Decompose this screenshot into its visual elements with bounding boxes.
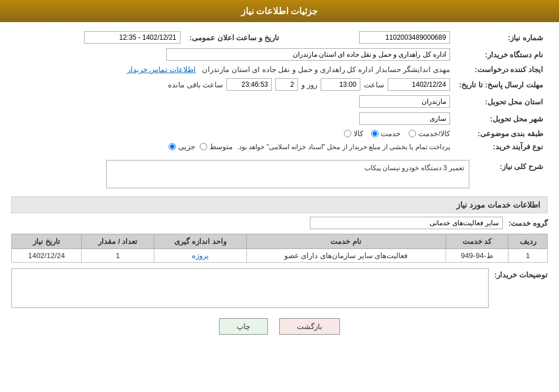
need-number-label: شماره نیاز: — [455, 29, 548, 46]
print-button[interactable]: چاپ — [219, 318, 268, 335]
deadline-row: ساعت روز و ساعت باقی مانده — [11, 76, 455, 93]
creator-value: مهدی اندایشگر حسابدار اداره کل راهداری و… — [11, 63, 455, 76]
page-title: جزئیات اطلاعات نیاز — [0, 0, 559, 22]
col-date: تاریخ نیاز — [12, 234, 82, 249]
col-unit: واحد اندازه گیری — [154, 234, 246, 249]
description-value: تعمیر 3 دستگاه خودرو نیسان پیکاب — [11, 158, 474, 191]
description-label: شرح کلی نیاز: — [474, 158, 548, 191]
remaining-days-label: روز و — [301, 81, 317, 89]
deadline-time-label: ساعت — [364, 81, 384, 89]
info-table: شماره نیاز: تاریخ و ساعت اعلان عمومی: نا… — [11, 29, 548, 153]
back-button[interactable]: بازگشت — [279, 318, 340, 335]
purchase-type-partial: جزیی — [169, 142, 195, 151]
deadline-date-input — [388, 78, 450, 91]
remaining-days-input — [275, 78, 298, 91]
announcement-date-value — [11, 29, 185, 46]
category-option-khedmat: خدمت — [371, 129, 401, 138]
description-section: شرح کلی نیاز: تعمیر 3 دستگاه خودرو نیسان… — [11, 158, 548, 191]
bottom-buttons: بازگشت چاپ — [11, 313, 548, 344]
city-label: شهر محل تحویل: — [455, 110, 548, 127]
contact-link[interactable]: اطلاعات تماس خریدار — [127, 65, 196, 74]
province-value — [11, 93, 455, 110]
cell-row-number: 1 — [508, 249, 548, 263]
buyer-org-input — [166, 48, 450, 61]
purchase-type-row: پرداخت تمام یا بخشی از مبلغ خریدار از مح… — [11, 140, 455, 153]
city-input — [359, 112, 450, 125]
buyer-notes-section: توضیحات خریدار: — [11, 268, 548, 308]
announcement-date-label: تاریخ و ساعت اعلان عمومی: — [185, 29, 291, 46]
buyer-notes-label: توضیحات خریدار: — [494, 268, 548, 279]
remaining-time-input — [226, 78, 272, 91]
col-service-name: نام خدمت — [246, 234, 445, 249]
col-quantity: تعداد / مقدار — [81, 234, 154, 249]
col-service-code: کد خدمت — [445, 234, 508, 249]
buyer-org-label: نام دستگاه خریدار: — [455, 46, 548, 63]
remaining-suffix: ساعت باقی مانده — [168, 81, 223, 89]
description-box: تعمیر 3 دستگاه خودرو نیسان پیکاب — [106, 160, 469, 188]
creator-label: ایجاد کننده درخواست: — [455, 63, 548, 76]
cell-service-name: فعالیت‌های سایر سازمان‌های دارای عضو — [246, 249, 445, 263]
city-value — [11, 110, 455, 127]
category-option-kala-khedmat: کالا/خدمت — [409, 129, 450, 138]
province-input — [359, 95, 450, 108]
category-options: کالا/خدمت خدمت کالا — [11, 127, 455, 140]
purchase-type-label: نوع فرآیند خرید: — [455, 140, 548, 153]
cell-service-code: ط-94-949 — [445, 249, 508, 263]
announcement-date-input — [84, 31, 180, 44]
purchase-type-medium: متوسط — [200, 142, 233, 151]
deadline-label: مهلت ارسال پاسخ: تا تاریخ: — [455, 76, 548, 93]
services-table: ردیف کد خدمت نام خدمت واحد اندازه گیری ت… — [11, 234, 548, 263]
service-group-label: گروه خدمت: — [508, 219, 548, 227]
need-number-value — [291, 29, 455, 46]
cell-date: 1402/12/24 — [12, 249, 82, 263]
purchase-type-note: پرداخت تمام یا بخشی از مبلغ خریدار از مح… — [237, 143, 450, 151]
cell-quantity: 1 — [81, 249, 154, 263]
category-option-kala: کالا — [344, 129, 363, 138]
cell-unit: پروژه — [154, 249, 246, 263]
category-label: طبقه بندی موضوعی: — [455, 127, 548, 140]
service-group-input — [310, 217, 503, 229]
deadline-time-input — [321, 78, 360, 91]
creator-text: مهدی اندایشگر حسابدار اداره کل راهداری و… — [202, 65, 450, 74]
buyer-notes-textarea[interactable] — [11, 268, 489, 308]
buyer-org-value — [11, 46, 455, 63]
province-label: استان محل تحویل: — [455, 93, 548, 110]
col-row-number: ردیف — [508, 234, 548, 249]
service-group-row: گروه خدمت: — [11, 217, 548, 229]
table-row: 1 ط-94-949 فعالیت‌های سایر سازمان‌های دا… — [12, 249, 548, 263]
need-number-input — [359, 31, 450, 44]
services-section-header: اطلاعات خدمات مورد نیاز — [11, 196, 548, 213]
